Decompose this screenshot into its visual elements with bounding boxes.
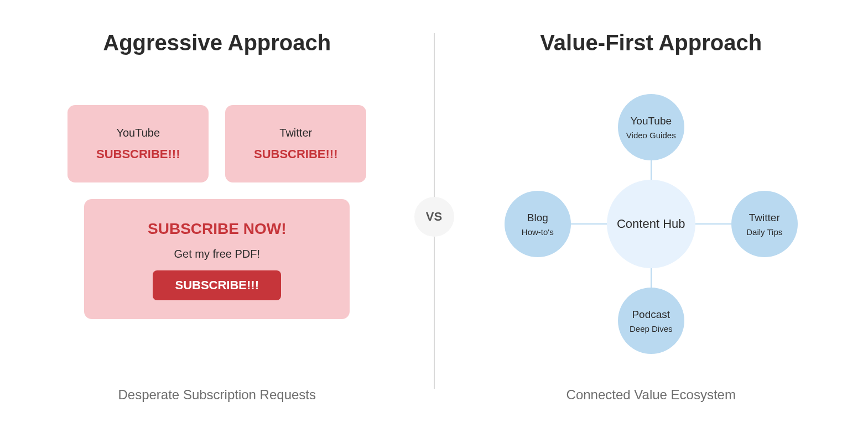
value-first-title: Value-First Approach [540, 30, 762, 55]
youtube-card: YouTube SUBSCRIBE!!! [67, 105, 209, 182]
twitter-card-cta: SUBSCRIBE!!! [254, 147, 338, 161]
hub-diagram: Content Hub YouTube Video Guides Twitter… [496, 83, 806, 365]
aggressive-top-row: YouTube SUBSCRIBE!!! Twitter SUBSCRIBE!!… [62, 105, 372, 182]
hub-center-node: Content Hub [607, 180, 695, 268]
aggressive-footer: Desperate Subscription Requests [0, 387, 434, 403]
aggressive-title: Aggressive Approach [103, 30, 331, 55]
vs-badge: VS [414, 197, 454, 237]
hub-blog-sub: How-to's [522, 227, 554, 237]
value-first-footer: Connected Value Ecosystem [434, 387, 869, 403]
hub-youtube-node: YouTube Video Guides [618, 94, 684, 160]
popup-headline: SUBSCRIBE NOW! [148, 220, 286, 238]
hub-youtube-title: YouTube [630, 115, 672, 127]
value-first-panel: Value-First Approach Content Hub YouTube… [434, 0, 869, 433]
comparison-container: Aggressive Approach YouTube SUBSCRIBE!!!… [0, 0, 868, 433]
subscribe-popup: SUBSCRIBE NOW! Get my free PDF! SUBSCRIB… [84, 199, 350, 319]
hub-twitter-title: Twitter [749, 212, 780, 224]
twitter-card-title: Twitter [279, 127, 312, 139]
twitter-card: Twitter SUBSCRIBE!!! [225, 105, 366, 182]
aggressive-content: YouTube SUBSCRIBE!!! Twitter SUBSCRIBE!!… [62, 105, 372, 319]
hub-center-label: Content Hub [617, 216, 685, 232]
popup-subscribe-button: SUBSCRIBE!!! [153, 270, 281, 300]
popup-sub: Get my free PDF! [174, 248, 260, 260]
hub-twitter-sub: Daily Tips [746, 227, 782, 237]
hub-blog-node: Blog How-to's [505, 191, 571, 257]
hub-twitter-node: Twitter Daily Tips [731, 191, 798, 257]
youtube-card-title: YouTube [116, 127, 160, 139]
hub-podcast-sub: Deep Dives [630, 324, 673, 333]
hub-youtube-sub: Video Guides [626, 131, 676, 140]
hub-podcast-title: Podcast [632, 309, 670, 321]
youtube-card-cta: SUBSCRIBE!!! [96, 147, 180, 161]
hub-podcast-node: Podcast Deep Dives [618, 288, 684, 354]
aggressive-panel: Aggressive Approach YouTube SUBSCRIBE!!!… [0, 0, 434, 433]
hub-blog-title: Blog [527, 212, 548, 224]
